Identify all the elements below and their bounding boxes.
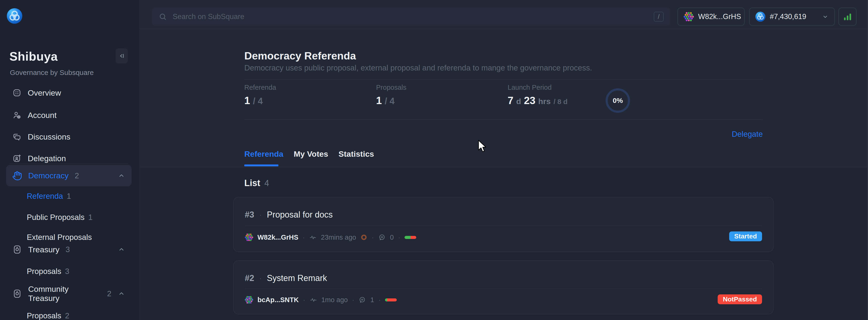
tab-my-votes[interactable]: My Votes xyxy=(293,150,328,159)
sidebar-item-label: Overview xyxy=(28,88,61,97)
nay-segment xyxy=(387,298,397,301)
sidebar-item-referenda[interactable]: Referenda 1 xyxy=(27,191,71,201)
card-divider xyxy=(245,226,762,226)
delegation-person-plus-icon xyxy=(12,154,22,163)
bar-chart-icon xyxy=(843,12,852,21)
separator-dot: · xyxy=(378,296,381,304)
aye-segment xyxy=(385,298,388,301)
delegate-link[interactable]: Delegate xyxy=(692,130,763,139)
chevron-up-icon[interactable] xyxy=(118,172,125,180)
comment-count[interactable]: 1 xyxy=(370,296,374,304)
sidebar-item-discussions[interactable]: Discussions xyxy=(12,130,130,143)
stat-referenda: Referenda 1 / 4 xyxy=(244,84,276,106)
tab-statistics[interactable]: Statistics xyxy=(339,150,374,159)
referendum-card[interactable]: #3 · Proposal for docs W82k...GrHS xyxy=(233,197,774,252)
sidebar-group-count: 2 xyxy=(107,289,111,298)
referendum-title-row: #2 · System Remark xyxy=(245,273,327,284)
launch-progress-ring: 0% xyxy=(606,88,630,113)
page-description: Democracy uses public proposal, external… xyxy=(244,63,592,72)
treasury-bag-icon xyxy=(12,289,22,299)
sidebar-item-delegation[interactable]: Delegation xyxy=(12,152,130,165)
subsquare-app: Shibuya Governance by Subsquare Overview… xyxy=(0,0,868,320)
referendum-title[interactable]: Proposal for docs xyxy=(267,210,333,220)
overview-grid-icon xyxy=(12,88,22,97)
comment-count[interactable]: 0 xyxy=(390,233,394,241)
sidebar-item-community-proposals[interactable]: Proposals 2 xyxy=(27,311,69,320)
account-button[interactable]: W82k...GrHS xyxy=(678,7,745,26)
status-badge: Started xyxy=(729,231,762,241)
active-tab-underline xyxy=(244,164,278,166)
sidebar-item-count: 2 xyxy=(65,311,69,320)
stat-total: / 4 xyxy=(384,96,395,106)
treasury-bag-icon xyxy=(12,245,22,254)
referendum-id: #2 xyxy=(245,273,254,283)
sidebar-item-public-proposals[interactable]: Public Proposals 1 xyxy=(27,213,93,222)
referendum-meta-row: W82k...GrHS · 23mins ago · 0 · xyxy=(245,232,416,243)
collapse-sidebar-button[interactable] xyxy=(116,49,128,63)
tab-referenda[interactable]: Referenda xyxy=(244,150,283,159)
sidebar-item-count: 1 xyxy=(67,192,71,201)
aye-nay-bar xyxy=(385,298,397,301)
author-identicon xyxy=(245,295,253,304)
separator-dot: · xyxy=(372,233,374,241)
block-number-selector[interactable]: #7,430,619 xyxy=(749,7,835,26)
time-ago: 1mo ago xyxy=(321,296,348,304)
stat-proposals: Proposals 1 / 4 xyxy=(376,84,406,106)
separator-dot: · xyxy=(259,211,262,219)
search-input[interactable] xyxy=(172,12,649,21)
author-address[interactable]: W82k...GrHS xyxy=(257,233,298,241)
header-divider xyxy=(244,119,763,120)
stat-unit-days: d xyxy=(516,97,521,106)
slash-shortcut-key: / xyxy=(654,12,663,22)
network-tagline: Governance by Subsquare xyxy=(10,69,94,76)
stat-label: Proposals xyxy=(376,84,406,91)
sidebar-group-label: Democracy xyxy=(28,171,69,180)
sidebar-item-label: Public Proposals xyxy=(27,213,85,222)
sidebar-item-label: Proposals xyxy=(27,267,61,276)
card-divider xyxy=(245,289,762,289)
stat-value: 1 xyxy=(244,95,250,106)
sidebar-item-label: External Proposals xyxy=(27,233,92,242)
sidebar-item-label: Referenda xyxy=(27,192,63,201)
comment-icon xyxy=(378,233,386,241)
referendum-id: #3 xyxy=(245,210,254,220)
header-divider xyxy=(244,79,763,79)
chevron-up-icon[interactable] xyxy=(118,290,125,298)
block-number: #7,430,619 xyxy=(770,12,806,21)
sidebar-item-overview[interactable]: Overview xyxy=(12,86,130,99)
stat-value-hours: 23 xyxy=(524,95,535,106)
sidebar-group-community-treasury[interactable]: Community Treasury 2 xyxy=(6,287,131,301)
separator-dot: · xyxy=(303,296,305,304)
sidebar-group-democracy[interactable]: Democracy 2 xyxy=(6,165,131,186)
comment-icon xyxy=(359,296,366,303)
referendum-title-row: #3 · Proposal for docs xyxy=(245,209,333,220)
network-name: Shibuya xyxy=(9,49,58,63)
referendum-card[interactable]: #2 · System Remark bcAp...SNTK xyxy=(233,260,774,314)
sidebar-group-label: Community Treasury xyxy=(28,285,101,303)
stat-unit-hours: hrs xyxy=(538,97,551,106)
separator-dot: · xyxy=(303,233,305,241)
ring-badge-icon xyxy=(360,234,367,241)
sidebar-item-external-proposals[interactable]: External Proposals xyxy=(27,233,92,242)
sidebar-item-label: Discussions xyxy=(28,132,70,141)
separator-dot: · xyxy=(352,296,354,304)
shibuya-logo[interactable] xyxy=(7,8,23,25)
separator-dot: · xyxy=(259,274,262,282)
search-bar[interactable]: / xyxy=(152,7,670,26)
sidebar-item-account[interactable]: Account xyxy=(12,108,130,122)
search-icon xyxy=(159,12,167,21)
chain-logo-icon xyxy=(755,11,766,22)
sidebar-group-treasury[interactable]: Treasury 3 xyxy=(6,243,131,257)
network-stats-button[interactable] xyxy=(838,7,857,26)
scrollbar[interactable] xyxy=(867,0,868,320)
list-count: 4 xyxy=(265,178,269,188)
account-identicon xyxy=(684,11,694,22)
collapse-sidebar-icon xyxy=(118,52,126,60)
discussions-chat-icon xyxy=(12,132,22,141)
referendum-title[interactable]: System Remark xyxy=(267,273,327,283)
status-badge: NotPassed xyxy=(718,294,762,304)
chevron-up-icon[interactable] xyxy=(118,246,125,254)
author-address[interactable]: bcAp...SNTK xyxy=(257,296,299,304)
sidebar-item-treasury-proposals[interactable]: Proposals 3 xyxy=(27,267,69,276)
account-address: W82k...GrHS xyxy=(698,12,741,21)
